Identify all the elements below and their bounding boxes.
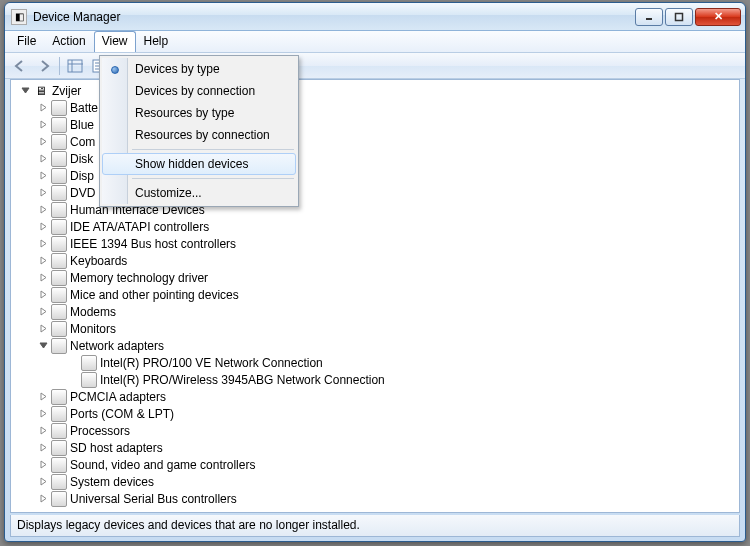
- device-manager-window: ◧ Device Manager File Action View Help Z…: [4, 2, 746, 542]
- svg-rect-1: [676, 13, 683, 20]
- dropdown-separator: [132, 149, 294, 150]
- device-category-icon: [51, 253, 67, 269]
- titlebar[interactable]: ◧ Device Manager: [5, 3, 745, 31]
- tree-category-label: PCMCIA adapters: [70, 389, 166, 405]
- menu-devices-by-connection[interactable]: Devices by connection: [102, 80, 296, 102]
- tree-category-label: IDE ATA/ATAPI controllers: [70, 219, 209, 235]
- tree-device[interactable]: Intel(R) PRO/100 VE Network Connection: [13, 354, 739, 371]
- tree-category[interactable]: Ports (COM & LPT): [13, 405, 739, 422]
- tree-device[interactable]: Intel(R) PRO/Wireless 3945ABG Network Co…: [13, 371, 739, 388]
- tree-category-label: IEEE 1394 Bus host controllers: [70, 236, 236, 252]
- menu-action[interactable]: Action: [44, 31, 93, 52]
- tree-category-label: Monitors: [70, 321, 116, 337]
- tree-category-label: Mice and other pointing devices: [70, 287, 239, 303]
- tree-category[interactable]: IDE ATA/ATAPI controllers: [13, 218, 739, 235]
- tree-category-label: Universal Serial Bus controllers: [70, 491, 237, 507]
- tree-category-label: Batte: [70, 100, 98, 116]
- device-category-icon: [51, 287, 67, 303]
- menu-help[interactable]: Help: [136, 31, 177, 52]
- window-title: Device Manager: [33, 10, 633, 24]
- device-category-icon: [51, 304, 67, 320]
- menu-customize[interactable]: Customize...: [102, 182, 296, 204]
- tree-category-label: Ports (COM & LPT): [70, 406, 174, 422]
- device-category-icon: [51, 168, 67, 184]
- status-text: Displays legacy devices and devices that…: [17, 518, 360, 532]
- tree-category-label: Modems: [70, 304, 116, 320]
- menu-devices-by-type[interactable]: Devices by type: [102, 58, 296, 80]
- device-category-icon: [51, 474, 67, 490]
- device-category-icon: [51, 321, 67, 337]
- device-category-icon: [51, 100, 67, 116]
- view-dropdown: Devices by type Devices by connection Re…: [99, 55, 299, 207]
- device-category-icon: [51, 270, 67, 286]
- tree-category-label: Network adapters: [70, 338, 164, 354]
- tree-category[interactable]: SD host adapters: [13, 439, 739, 456]
- device-category-icon: [51, 389, 67, 405]
- show-hide-tree-button[interactable]: [64, 55, 86, 77]
- nav-back-button[interactable]: [9, 55, 31, 77]
- tree-category-label: Keyboards: [70, 253, 127, 269]
- tree-root-label: Zvijer: [52, 83, 81, 99]
- window-controls: [633, 8, 741, 26]
- toolbar-separator: [59, 57, 60, 75]
- device-category-icon: [51, 236, 67, 252]
- statusbar: Displays legacy devices and devices that…: [10, 515, 740, 537]
- tree-device-label: Intel(R) PRO/100 VE Network Connection: [100, 355, 323, 371]
- tree-category-label: System devices: [70, 474, 154, 490]
- menu-show-hidden-devices[interactable]: Show hidden devices: [102, 153, 296, 175]
- close-button[interactable]: [695, 8, 741, 26]
- tree-category-label: Sound, video and game controllers: [70, 457, 255, 473]
- tree-category[interactable]: IEEE 1394 Bus host controllers: [13, 235, 739, 252]
- tree-category[interactable]: Universal Serial Bus controllers: [13, 490, 739, 507]
- tree-category[interactable]: System devices: [13, 473, 739, 490]
- menu-resources-by-connection[interactable]: Resources by connection: [102, 124, 296, 146]
- device-category-icon: [51, 219, 67, 235]
- device-category-icon: [51, 117, 67, 133]
- device-category-icon: [51, 440, 67, 456]
- device-category-icon: [51, 151, 67, 167]
- tree-category[interactable]: PCMCIA adapters: [13, 388, 739, 405]
- tree-category[interactable]: Processors: [13, 422, 739, 439]
- tree-category[interactable]: Modems: [13, 303, 739, 320]
- menu-resources-by-type[interactable]: Resources by type: [102, 102, 296, 124]
- computer-icon: [33, 83, 49, 99]
- tree-category-label: Com: [70, 134, 95, 150]
- tree-category[interactable]: Keyboards: [13, 252, 739, 269]
- minimize-button[interactable]: [635, 8, 663, 26]
- tree-category[interactable]: Mice and other pointing devices: [13, 286, 739, 303]
- tree-category-label: Disp: [70, 168, 94, 184]
- dropdown-separator: [132, 178, 294, 179]
- tree-category-label: SD host adapters: [70, 440, 163, 456]
- device-category-icon: [51, 457, 67, 473]
- maximize-button[interactable]: [665, 8, 693, 26]
- device-icon: [81, 372, 97, 388]
- tree-category-label: Blue: [70, 117, 94, 133]
- device-icon: [81, 355, 97, 371]
- tree-category-label: DVD: [70, 185, 95, 201]
- device-category-icon: [51, 202, 67, 218]
- device-category-icon: [51, 338, 67, 354]
- device-category-icon: [51, 491, 67, 507]
- menubar: File Action View Help: [5, 31, 745, 53]
- tree-category-label: Memory technology driver: [70, 270, 208, 286]
- menu-view[interactable]: View: [94, 31, 136, 52]
- svg-rect-2: [68, 60, 82, 72]
- menu-file[interactable]: File: [9, 31, 44, 52]
- device-category-icon: [51, 406, 67, 422]
- tree-category-label: Processors: [70, 423, 130, 439]
- tree-category-label: Disk: [70, 151, 93, 167]
- tree-category[interactable]: Sound, video and game controllers: [13, 456, 739, 473]
- tree-category[interactable]: Network adapters: [13, 337, 739, 354]
- app-icon: ◧: [11, 9, 27, 25]
- tree-device-label: Intel(R) PRO/Wireless 3945ABG Network Co…: [100, 372, 385, 388]
- device-category-icon: [51, 423, 67, 439]
- nav-forward-button[interactable]: [33, 55, 55, 77]
- bullet-selected-icon: [111, 66, 119, 74]
- tree-category[interactable]: Monitors: [13, 320, 739, 337]
- device-category-icon: [51, 185, 67, 201]
- tree-category[interactable]: Memory technology driver: [13, 269, 739, 286]
- device-category-icon: [51, 134, 67, 150]
